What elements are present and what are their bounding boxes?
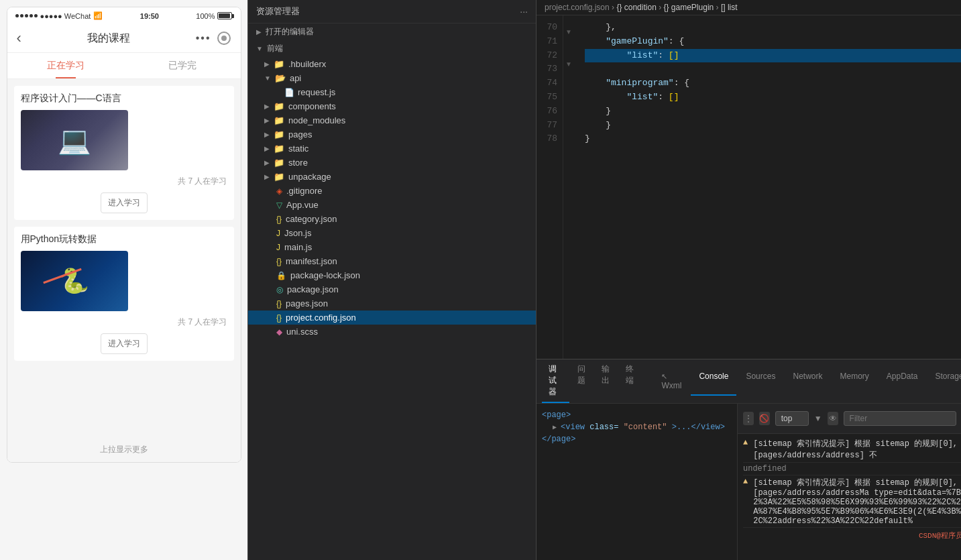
devtools-section-tabs: 调试器 问题 输出 终端 xyxy=(542,359,641,403)
battery-icon xyxy=(217,12,232,19)
file-main-js[interactable]: J main.js xyxy=(248,240,536,254)
file-package-json[interactable]: ◎ package.json xyxy=(248,282,536,296)
tool-tab-storage[interactable]: Storage xyxy=(927,368,961,396)
gitignore-name: .gitignore xyxy=(286,186,322,196)
cursor-icon: ↖ xyxy=(661,372,667,380)
console-clear-button[interactable]: 🚫 xyxy=(759,412,770,425)
pages-name: pages xyxy=(288,129,312,139)
status-dots xyxy=(15,14,38,17)
code-line-72: "list": [] xyxy=(585,49,961,63)
folder-store[interactable]: ▶ 📁 store xyxy=(248,156,536,170)
package-json-name: package.json xyxy=(287,284,339,294)
file-project-config-json[interactable]: {} project.config.json xyxy=(248,311,536,325)
tool-tab-sources[interactable]: Sources xyxy=(738,368,783,396)
tab-learning[interactable]: 正在学习 xyxy=(7,53,124,78)
api-arrow: ▼ xyxy=(264,74,271,82)
components-folder-icon: 📁 xyxy=(274,101,284,111)
console-text-2: [sitemap 索引情况提示] 根据 sitemap 的规则[0], 当前页面… xyxy=(753,477,961,526)
devtools-panel: 调试器 问题 输出 终端 ↖ Wxml Console xyxy=(536,359,961,560)
json-icon-1: {} xyxy=(276,215,282,224)
file-uni-scss[interactable]: ◆ uni.scss xyxy=(248,325,536,339)
tool-tab-appdata[interactable]: AppData xyxy=(879,368,926,396)
file-request-js[interactable]: 📄 request.js xyxy=(248,85,536,99)
file-app-vue[interactable]: ▽ App.vue xyxy=(248,198,536,212)
code-line-75: "list": [] xyxy=(585,91,961,105)
fold-column: ▼ ▼ xyxy=(563,15,574,359)
tool-tab-network[interactable]: Network xyxy=(785,368,830,396)
folder-unpackage[interactable]: ▶ 📁 unpackage xyxy=(248,170,536,184)
pages-folder-icon: 📁 xyxy=(274,129,284,139)
console-filter-input[interactable] xyxy=(844,411,956,426)
tool-tab-memory[interactable]: Memory xyxy=(832,368,877,396)
console-dots-icon[interactable]: ⋮ xyxy=(743,412,754,425)
pages-json-name: pages.json xyxy=(286,298,328,309)
js-icon-1: J xyxy=(276,229,280,238)
hbuilderx-arrow: ▶ xyxy=(264,60,270,68)
open-editors-arrow: ▶ xyxy=(256,28,262,36)
wxml-line-page-close[interactable]: </page> xyxy=(542,433,732,445)
code-line-73 xyxy=(585,62,961,76)
course-card-0: 程序设计入门——C语言 💻 共 7 人在学习 进入学习 xyxy=(14,86,234,220)
node-modules-name: node_modules xyxy=(288,115,345,125)
wifi-icon: 📶 xyxy=(93,11,103,20)
store-folder-icon: 📁 xyxy=(274,158,284,168)
folder-api[interactable]: ▼ 📂 api xyxy=(248,71,536,85)
folder-components[interactable]: ▶ 📁 components xyxy=(248,99,536,113)
tool-tab-wxml[interactable]: ↖ Wxml xyxy=(653,368,689,396)
file-category-json[interactable]: {} category.json xyxy=(248,212,536,226)
json-icon-3: {} xyxy=(276,299,282,309)
tab-terminal[interactable]: 终端 xyxy=(619,359,642,403)
code-line-71: "gamePlugin": { xyxy=(585,35,961,49)
file-package-lock-json[interactable]: 🔒 package-lock.json xyxy=(248,268,536,282)
json-js-name: Json.js xyxy=(284,228,311,238)
wxml-line-view[interactable]: ▶ <view class= "content" >...</view> xyxy=(542,421,732,433)
folder-hbuilderx[interactable]: ▶ 📁 .hbuilderx xyxy=(248,57,536,71)
file-pages-json[interactable]: {} pages.json xyxy=(248,296,536,311)
console-text-0: [sitemap 索引情况提示] 根据 sitemap 的规则[0], 当前页面… xyxy=(753,438,961,461)
record-button[interactable] xyxy=(217,32,231,45)
course-meta-0: 共 7 人在学习 xyxy=(21,176,227,187)
file-gitignore[interactable]: ◈ .gitignore xyxy=(248,184,536,198)
main-js-name: main.js xyxy=(284,242,312,252)
file-manifest-json[interactable]: {} manifest.json xyxy=(248,254,536,268)
file-panel-header: 资源管理器 ··· xyxy=(248,0,536,23)
course-btn-1[interactable]: 进入学习 xyxy=(101,333,148,354)
open-editors-label: 打开的编辑器 xyxy=(266,26,314,38)
hbuilderx-folder-icon: 📁 xyxy=(274,59,284,69)
package-json-icon: ◎ xyxy=(276,285,283,294)
section-frontend[interactable]: ▼ 前端 xyxy=(248,40,536,57)
category-json-name: category.json xyxy=(286,214,337,224)
store-name: store xyxy=(288,158,308,168)
course-img-python: 🐍 xyxy=(21,251,128,311)
console-down-arrow[interactable]: ▼ xyxy=(814,414,822,423)
console-top-selector[interactable]: top xyxy=(775,411,809,426)
mobile-panel: ●●●●● WeChat 📶 19:50 100% ‹ 我的课程 ••• 正在学… xyxy=(0,0,248,560)
folder-static[interactable]: ▶ 📁 static xyxy=(248,142,536,156)
section-open-editors[interactable]: ▶ 打开的编辑器 xyxy=(248,23,536,40)
carrier-label: ●●●●● WeChat xyxy=(40,12,91,20)
nav-dots-button[interactable]: ••• xyxy=(196,32,211,44)
wxml-line-page[interactable]: <page> xyxy=(542,409,732,421)
devtools-tool-tabs: ↖ Wxml Console Sources Network Memory Ap… xyxy=(653,368,961,396)
tool-tab-console[interactable]: Console xyxy=(691,368,736,396)
phone-nav-bar: ‹ 我的课程 ••• xyxy=(7,24,241,53)
course-image-0: 💻 xyxy=(21,110,128,170)
tab-output[interactable]: 输出 xyxy=(595,359,618,403)
file-json-js[interactable]: J Json.js xyxy=(248,226,536,240)
static-folder-icon: 📁 xyxy=(274,144,284,154)
folder-node-modules[interactable]: ▶ 📁 node_modules xyxy=(248,113,536,127)
tab-problems[interactable]: 问题 xyxy=(571,359,593,403)
course-btn-0[interactable]: 进入学习 xyxy=(101,192,148,213)
editor-right-section: project.config.json › {} condition › {} … xyxy=(536,0,961,560)
folder-pages[interactable]: ▶ 📁 pages xyxy=(248,127,536,142)
tab-debugger[interactable]: 调试器 xyxy=(542,359,569,403)
phone-frame: ●●●●● WeChat 📶 19:50 100% ‹ 我的课程 ••• 正在学… xyxy=(7,7,241,463)
static-name: static xyxy=(288,144,308,154)
file-panel-menu-icon[interactable]: ··· xyxy=(520,6,528,17)
back-button[interactable]: ‹ xyxy=(17,30,21,47)
git-icon: ◈ xyxy=(276,186,282,196)
tab-completed[interactable]: 已学完 xyxy=(124,53,241,78)
console-eye-button[interactable]: 👁 xyxy=(828,412,838,425)
js-icon-2: J xyxy=(276,243,280,252)
console-panel: ⋮ 🚫 top ▼ 👁 Default leve ▲ xyxy=(738,404,961,560)
